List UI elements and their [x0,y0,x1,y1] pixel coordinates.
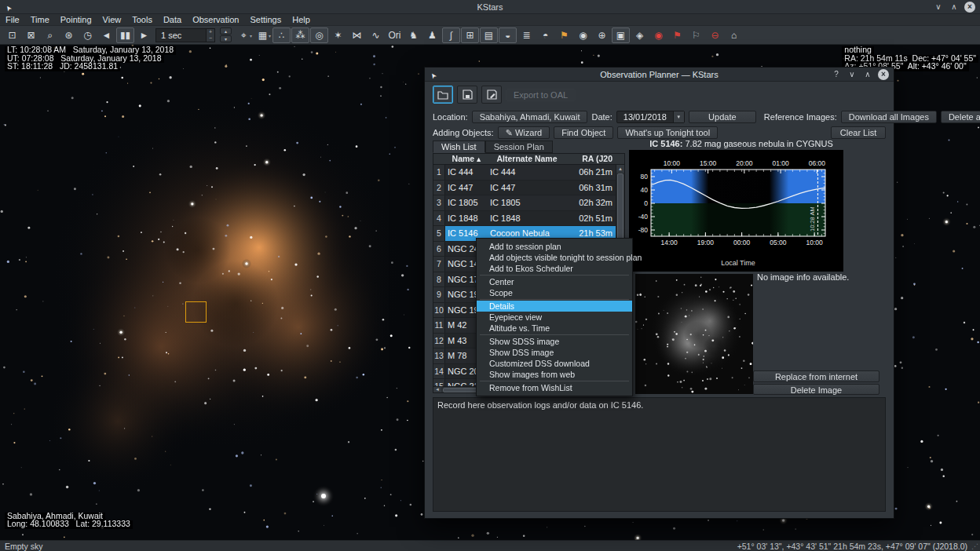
find-object-button[interactable]: Find Object [554,126,613,139]
table-row[interactable]: 3IC 1805IC 180502h 32m [433,195,624,211]
dialog-maximize-icon[interactable]: ∧ [862,69,873,80]
toggle-supernovae-icon[interactable]: ✶ [329,27,347,43]
menu-tools[interactable]: Tools [126,15,158,24]
column-header-Alternate Name[interactable]: Alternate Name [488,154,566,164]
location-button[interactable]: Sabahiya, Ahmadi, Kuwait [472,111,588,123]
close-icon[interactable]: × [964,2,975,13]
maximize-icon[interactable]: ∧ [949,2,960,13]
spin-minus-icon[interactable]: − [207,35,214,42]
snap-mode-icon[interactable]: ◈ [631,27,649,43]
time-step-spinbox[interactable]: 1 sec+− [155,28,215,42]
resize-grip[interactable]: ⋰ [971,542,979,550]
table-row[interactable]: 4IC 1848IC 184802h 51m [433,211,624,227]
eyepiece-view-icon[interactable]: ◉ [574,27,592,43]
wizard-button[interactable]: ✎ Wizard [498,126,550,139]
column-header-Name[interactable]: Name ▴ [445,154,488,164]
constellation-names-icon[interactable]: Ori [386,27,404,43]
context-menu-item-show-images-from-web[interactable]: Show images from web [477,369,632,380]
toggle-satellites-icon[interactable]: ⋈ [348,27,366,43]
clear-list-button[interactable]: Clear List [831,126,886,139]
context-menu-item-add-to-ekos-scheduler[interactable]: Add to Ekos Scheduler [477,263,632,274]
record-icon[interactable]: ◉ [649,27,667,43]
context-menu-item-add-to-session-plan[interactable]: Add to session plan [477,241,632,252]
lock-coordinates-icon[interactable]: ▣ [612,27,630,43]
menu-pointing[interactable]: Pointing [55,15,97,24]
find-object-icon[interactable]: ⌕ [41,27,59,43]
observatory-icon[interactable]: ⌂ [725,27,743,43]
mythic-figures-icon[interactable]: ♟ [423,27,441,43]
gray-flag-icon[interactable]: ⚐ [687,27,705,43]
help-icon[interactable]: ? [831,69,842,80]
horizontal-grid-icon[interactable]: ▤ [480,27,498,43]
export-to-oal-button[interactable]: Export to OAL [506,89,576,101]
dialog-close-icon[interactable]: × [878,69,889,80]
context-menu-item-scope[interactable]: Scope [477,287,632,298]
date-combo[interactable]: 13/01/2018 ▾ [616,111,685,123]
step-down-icon[interactable]: ▾ [220,35,232,42]
scroll-left-icon[interactable]: ◄ [433,387,441,392]
crosshair-icon[interactable]: ⊕ [593,27,611,43]
time-step-spin-buttons[interactable]: +− [206,29,214,42]
save-list-button[interactable] [457,86,477,104]
context-menu-item-show-dss-image[interactable]: Show DSS image [477,347,632,358]
red-flag-icon[interactable]: ⚑ [668,27,686,43]
toggle-stars-icon[interactable]: ∴ [272,27,291,43]
context-menu-item-show-sdss-image[interactable]: Show SDSS image [477,336,632,347]
open-list-button[interactable] [433,86,453,104]
dialog-minimize-icon[interactable]: ∨ [847,69,858,80]
light-pollution-icon[interactable]: ⚑ [555,27,573,43]
update-button[interactable]: Update [689,111,756,123]
context-menu-item-eyepiece-view[interactable]: Eyepiece view [477,312,632,323]
dome-icon[interactable]: ◓ [536,27,554,43]
milky-way-icon[interactable]: ∫ [442,27,460,43]
minimize-icon[interactable]: ∨ [933,2,944,13]
opaque-horizon-icon[interactable]: ◒ [499,27,517,43]
menu-settings[interactable]: Settings [244,15,287,24]
step-up-icon[interactable]: ▴ [220,27,232,35]
scroll-up-icon[interactable]: ▲ [616,165,624,173]
equatorial-grid-icon[interactable]: ⊞ [461,27,479,43]
whats-up-tonight-button[interactable]: What's up Tonight tool [617,126,718,139]
set-time-icon[interactable]: ◷ [79,27,97,43]
pointing-menu-icon[interactable]: ⌖▾ [235,27,253,43]
column-header-num[interactable] [433,154,445,164]
date-caret-icon[interactable]: ▾ [673,111,684,122]
context-menu-item-center[interactable]: Center [477,276,632,287]
table-row[interactable]: 2IC 447IC 44706h 31m [433,181,624,196]
table-row[interactable]: 1IC 444IC 44406h 21m [433,165,624,181]
pause-icon[interactable]: ▮▮ [116,27,134,43]
toggle-deep-sky-icon[interactable]: ⁂ [291,27,309,43]
geolocation-icon[interactable]: ⊛ [60,27,78,43]
context-menu-item-altitude-vs-time[interactable]: Altitude vs. Time [477,323,632,334]
observing-list-icon[interactable]: ≣ [517,27,536,43]
context-menu-item-add-objects-visible-tonight-to-session-plan[interactable]: Add objects visible tonight to session p… [477,252,632,263]
zoom-in-select-icon[interactable]: ⊡ [3,27,21,43]
column-header-RA (J20[interactable]: RA (J20 [566,154,624,164]
download-all-images-button[interactable]: Download all Images [841,111,937,123]
dialog-titlebar[interactable]: ➤ Observation Planner — KStars ? ∨ ∧ × [425,68,894,82]
tab-wish-list[interactable]: Wish List [433,140,485,153]
step-backward-icon[interactable]: ◄ [97,27,115,43]
view-image-icon[interactable]: ▦▾ [254,27,272,43]
menu-data[interactable]: Data [158,15,187,24]
menu-observation[interactable]: Observation [187,15,244,24]
context-menu-item-customized-dss-download[interactable]: Customized DSS download [477,358,632,369]
context-menu-item-details[interactable]: Details [477,301,632,312]
zoom-out-select-icon[interactable]: ⊠ [22,27,40,43]
disable-tracking-icon[interactable]: ⊖ [706,27,724,43]
observation-notes-input[interactable]: Record here observation logs and/or data… [433,397,886,512]
spin-plus-icon[interactable]: + [207,29,214,35]
save-list-as-button[interactable] [481,86,502,104]
step-forward-icon[interactable]: ► [135,27,153,43]
menu-file[interactable]: File [0,15,25,24]
menu-time[interactable]: Time [25,15,55,24]
menu-view[interactable]: View [97,15,127,24]
constellation-art-icon[interactable]: ♞ [404,27,422,43]
menu-help[interactable]: Help [287,15,316,24]
context-menu-item-remove-from-wishlist[interactable]: Remove from WishList [477,382,632,393]
time-step-updown[interactable]: ▴▾ [220,27,232,42]
replace-from-internet-button[interactable]: Replace from internet [753,370,879,382]
toggle-solar-system-icon[interactable]: ◎ [310,27,328,43]
delete-all-images-button[interactable]: Delete all Images [941,111,980,123]
constellation-lines-icon[interactable]: ∿ [367,27,385,43]
